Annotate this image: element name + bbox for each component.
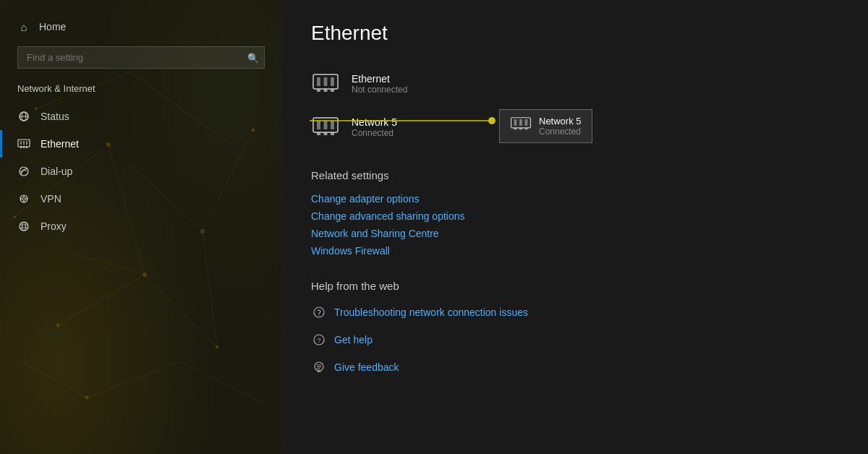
help-item-troubleshoot[interactable]: Troubleshooting network connection issue… [311, 301, 839, 324]
help-item-gethelp[interactable]: ? Get help [311, 328, 839, 351]
page-title: Ethernet [311, 22, 839, 45]
search-input[interactable] [17, 46, 265, 69]
callout-status: Connected [539, 127, 582, 137]
svg-rect-29 [20, 146, 22, 148]
svg-rect-48 [324, 89, 328, 92]
svg-rect-65 [519, 119, 522, 126]
nav-vpn[interactable]: VPN [0, 185, 282, 213]
section-title: Network & Internet [0, 80, 282, 103]
network-area: Ethernet Not connected [311, 62, 839, 379]
network5-name: Network 5 [352, 116, 397, 128]
vpn-label: VPN [41, 193, 61, 205]
network5-device-icon [311, 113, 340, 142]
link-get-help[interactable]: Get help [334, 334, 373, 346]
svg-rect-66 [525, 119, 528, 126]
svg-rect-33 [23, 141, 25, 145]
help-icon-troubleshoot [311, 304, 327, 320]
svg-text:?: ? [317, 337, 320, 344]
svg-rect-54 [317, 132, 320, 135]
svg-point-69 [314, 307, 324, 317]
ethernet-device-icon [311, 69, 340, 98]
callout-name: Network 5 [539, 116, 582, 127]
link-sharing-centre[interactable]: Network and Sharing Centre [311, 225, 839, 242]
nav-dialup[interactable]: Dial-up [0, 158, 282, 185]
network5-status: Connected [352, 128, 397, 138]
svg-rect-59 [331, 121, 334, 129]
ethernet-label: Ethernet [41, 138, 79, 150]
svg-rect-34 [26, 141, 27, 145]
nav-ethernet[interactable]: Ethernet [0, 130, 282, 158]
ethernet-name: Ethernet [352, 73, 407, 85]
search-box: 🔍 [17, 46, 265, 69]
svg-rect-50 [317, 77, 320, 86]
search-icon-button[interactable]: 🔍 [247, 52, 259, 63]
svg-rect-52 [331, 77, 334, 86]
svg-rect-55 [324, 132, 328, 135]
proxy-icon [17, 220, 30, 233]
svg-rect-31 [26, 146, 27, 148]
svg-rect-62 [519, 127, 522, 129]
svg-rect-47 [317, 89, 320, 92]
help-item-feedback[interactable]: Give feedback [311, 356, 839, 379]
link-troubleshooting[interactable]: Troubleshooting network connection issue… [334, 307, 528, 318]
svg-point-42 [20, 222, 28, 231]
svg-point-37 [22, 197, 25, 200]
get-help-icon: ? [311, 332, 327, 348]
svg-rect-30 [23, 146, 25, 148]
home-label: Home [39, 21, 66, 33]
ethernet-icon [17, 137, 30, 150]
callout-box: Network 5 Connected [499, 109, 592, 143]
nav-status[interactable]: Status [0, 103, 282, 130]
svg-rect-63 [525, 127, 528, 129]
svg-rect-32 [20, 141, 22, 145]
home-item[interactable]: ⌂ Home [0, 14, 282, 39]
svg-point-43 [22, 222, 26, 231]
svg-point-70 [318, 314, 320, 316]
network5-info: Network 5 Connected [352, 116, 397, 138]
help-heading: Help from the web [311, 280, 839, 292]
svg-rect-51 [324, 77, 328, 86]
status-label: Status [41, 111, 69, 122]
main-content: Ethernet Ethernet Not connected [282, 0, 868, 454]
svg-rect-58 [324, 121, 328, 129]
callout-icon [510, 116, 532, 137]
svg-rect-64 [514, 119, 517, 126]
link-firewall[interactable]: Windows Firewall [311, 242, 839, 260]
svg-rect-57 [317, 121, 320, 129]
sidebar: ⌂ Home 🔍 Network & Internet Status [0, 0, 282, 454]
callout-annotation: Network 5 Connected [499, 109, 592, 143]
ethernet-info: Ethernet Not connected [352, 73, 407, 95]
network-item-ethernet[interactable]: Ethernet Not connected [311, 62, 839, 106]
proxy-label: Proxy [41, 220, 67, 232]
network5-container: Network 5 Connected [311, 106, 839, 149]
home-icon: ⌂ [17, 20, 30, 33]
link-advanced-sharing[interactable]: Change advanced sharing options [311, 207, 839, 225]
link-give-feedback[interactable]: Give feedback [334, 361, 399, 373]
svg-rect-56 [331, 132, 334, 135]
related-settings-heading: Related settings [311, 169, 839, 181]
nav-proxy[interactable]: Proxy [0, 213, 282, 240]
vpn-icon [17, 192, 30, 205]
status-icon [17, 110, 30, 123]
link-change-adapter[interactable]: Change adapter options [311, 190, 839, 207]
dialup-label: Dial-up [41, 166, 72, 177]
dialup-icon [17, 165, 30, 178]
svg-rect-61 [514, 127, 517, 129]
svg-rect-49 [331, 89, 334, 92]
feedback-icon [311, 359, 327, 375]
callout-text: Network 5 Connected [539, 116, 582, 137]
ethernet-status: Not connected [352, 85, 407, 95]
